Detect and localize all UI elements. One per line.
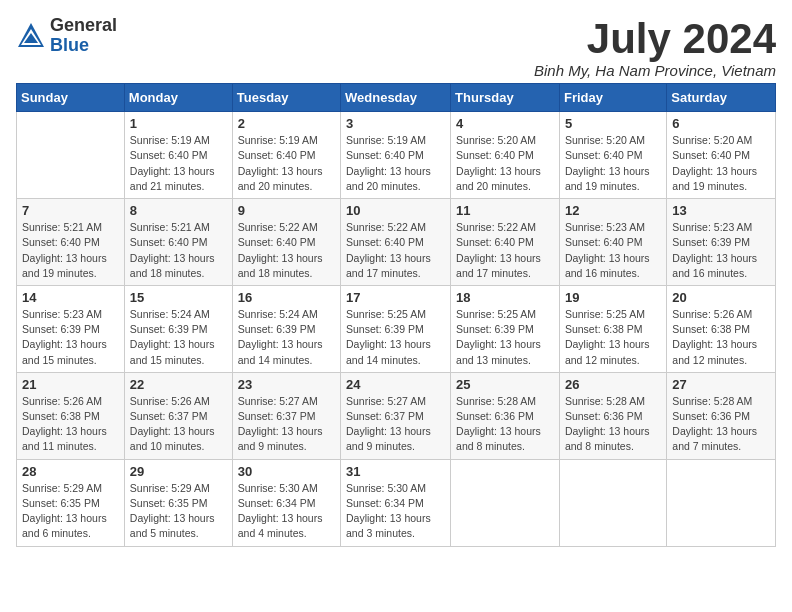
- calendar-cell: 26Sunrise: 5:28 AMSunset: 6:36 PMDayligh…: [559, 372, 666, 459]
- day-info: Sunrise: 5:25 AMSunset: 6:39 PMDaylight:…: [346, 307, 445, 368]
- day-info: Sunrise: 5:27 AMSunset: 6:37 PMDaylight:…: [346, 394, 445, 455]
- calendar-cell: 6Sunrise: 5:20 AMSunset: 6:40 PMDaylight…: [667, 112, 776, 199]
- calendar-cell: 25Sunrise: 5:28 AMSunset: 6:36 PMDayligh…: [451, 372, 560, 459]
- day-info: Sunrise: 5:21 AMSunset: 6:40 PMDaylight:…: [130, 220, 227, 281]
- day-info: Sunrise: 5:19 AMSunset: 6:40 PMDaylight:…: [238, 133, 335, 194]
- day-number: 5: [565, 116, 661, 131]
- calendar-week-row: 28Sunrise: 5:29 AMSunset: 6:35 PMDayligh…: [17, 459, 776, 546]
- day-info: Sunrise: 5:20 AMSunset: 6:40 PMDaylight:…: [565, 133, 661, 194]
- day-info: Sunrise: 5:23 AMSunset: 6:39 PMDaylight:…: [672, 220, 770, 281]
- calendar-cell: 28Sunrise: 5:29 AMSunset: 6:35 PMDayligh…: [17, 459, 125, 546]
- calendar-cell: 8Sunrise: 5:21 AMSunset: 6:40 PMDaylight…: [124, 199, 232, 286]
- day-info: Sunrise: 5:20 AMSunset: 6:40 PMDaylight:…: [672, 133, 770, 194]
- weekday-header: Tuesday: [232, 84, 340, 112]
- logo-text: General Blue: [50, 16, 117, 56]
- day-number: 14: [22, 290, 119, 305]
- calendar-cell: 13Sunrise: 5:23 AMSunset: 6:39 PMDayligh…: [667, 199, 776, 286]
- day-info: Sunrise: 5:21 AMSunset: 6:40 PMDaylight:…: [22, 220, 119, 281]
- calendar-cell: 22Sunrise: 5:26 AMSunset: 6:37 PMDayligh…: [124, 372, 232, 459]
- month-title: July 2024: [534, 16, 776, 62]
- day-number: 8: [130, 203, 227, 218]
- day-number: 20: [672, 290, 770, 305]
- calendar-cell: 27Sunrise: 5:28 AMSunset: 6:36 PMDayligh…: [667, 372, 776, 459]
- day-number: 4: [456, 116, 554, 131]
- calendar-cell: [667, 459, 776, 546]
- day-number: 17: [346, 290, 445, 305]
- day-info: Sunrise: 5:26 AMSunset: 6:37 PMDaylight:…: [130, 394, 227, 455]
- day-info: Sunrise: 5:19 AMSunset: 6:40 PMDaylight:…: [130, 133, 227, 194]
- calendar-cell: 21Sunrise: 5:26 AMSunset: 6:38 PMDayligh…: [17, 372, 125, 459]
- day-number: 29: [130, 464, 227, 479]
- day-number: 9: [238, 203, 335, 218]
- calendar-cell: 7Sunrise: 5:21 AMSunset: 6:40 PMDaylight…: [17, 199, 125, 286]
- calendar-table: SundayMondayTuesdayWednesdayThursdayFrid…: [16, 83, 776, 546]
- day-number: 18: [456, 290, 554, 305]
- day-number: 21: [22, 377, 119, 392]
- day-info: Sunrise: 5:23 AMSunset: 6:40 PMDaylight:…: [565, 220, 661, 281]
- day-number: 10: [346, 203, 445, 218]
- day-number: 3: [346, 116, 445, 131]
- day-number: 27: [672, 377, 770, 392]
- day-number: 31: [346, 464, 445, 479]
- day-info: Sunrise: 5:22 AMSunset: 6:40 PMDaylight:…: [456, 220, 554, 281]
- day-number: 12: [565, 203, 661, 218]
- logo: General Blue: [16, 16, 117, 56]
- location: Binh My, Ha Nam Province, Vietnam: [534, 62, 776, 79]
- calendar-cell: 10Sunrise: 5:22 AMSunset: 6:40 PMDayligh…: [341, 199, 451, 286]
- logo-icon: [16, 21, 46, 51]
- calendar-cell: 11Sunrise: 5:22 AMSunset: 6:40 PMDayligh…: [451, 199, 560, 286]
- day-info: Sunrise: 5:28 AMSunset: 6:36 PMDaylight:…: [565, 394, 661, 455]
- day-number: 16: [238, 290, 335, 305]
- calendar-cell: 17Sunrise: 5:25 AMSunset: 6:39 PMDayligh…: [341, 285, 451, 372]
- day-info: Sunrise: 5:27 AMSunset: 6:37 PMDaylight:…: [238, 394, 335, 455]
- calendar-cell: 1Sunrise: 5:19 AMSunset: 6:40 PMDaylight…: [124, 112, 232, 199]
- day-info: Sunrise: 5:24 AMSunset: 6:39 PMDaylight:…: [130, 307, 227, 368]
- day-info: Sunrise: 5:29 AMSunset: 6:35 PMDaylight:…: [130, 481, 227, 542]
- calendar-cell: 24Sunrise: 5:27 AMSunset: 6:37 PMDayligh…: [341, 372, 451, 459]
- calendar-cell: 31Sunrise: 5:30 AMSunset: 6:34 PMDayligh…: [341, 459, 451, 546]
- day-number: 30: [238, 464, 335, 479]
- page-header: General Blue July 2024 Binh My, Ha Nam P…: [16, 16, 776, 79]
- calendar-cell: [17, 112, 125, 199]
- day-info: Sunrise: 5:30 AMSunset: 6:34 PMDaylight:…: [346, 481, 445, 542]
- calendar-cell: 19Sunrise: 5:25 AMSunset: 6:38 PMDayligh…: [559, 285, 666, 372]
- day-info: Sunrise: 5:23 AMSunset: 6:39 PMDaylight:…: [22, 307, 119, 368]
- day-number: 2: [238, 116, 335, 131]
- day-info: Sunrise: 5:25 AMSunset: 6:38 PMDaylight:…: [565, 307, 661, 368]
- calendar-cell: 15Sunrise: 5:24 AMSunset: 6:39 PMDayligh…: [124, 285, 232, 372]
- calendar-cell: 23Sunrise: 5:27 AMSunset: 6:37 PMDayligh…: [232, 372, 340, 459]
- calendar-body: 1Sunrise: 5:19 AMSunset: 6:40 PMDaylight…: [17, 112, 776, 546]
- calendar-cell: [559, 459, 666, 546]
- day-number: 25: [456, 377, 554, 392]
- day-number: 23: [238, 377, 335, 392]
- calendar-cell: 4Sunrise: 5:20 AMSunset: 6:40 PMDaylight…: [451, 112, 560, 199]
- day-info: Sunrise: 5:29 AMSunset: 6:35 PMDaylight:…: [22, 481, 119, 542]
- day-info: Sunrise: 5:26 AMSunset: 6:38 PMDaylight:…: [22, 394, 119, 455]
- day-number: 6: [672, 116, 770, 131]
- calendar-cell: 14Sunrise: 5:23 AMSunset: 6:39 PMDayligh…: [17, 285, 125, 372]
- weekday-header: Monday: [124, 84, 232, 112]
- day-number: 1: [130, 116, 227, 131]
- day-info: Sunrise: 5:24 AMSunset: 6:39 PMDaylight:…: [238, 307, 335, 368]
- day-info: Sunrise: 5:20 AMSunset: 6:40 PMDaylight:…: [456, 133, 554, 194]
- calendar-cell: 12Sunrise: 5:23 AMSunset: 6:40 PMDayligh…: [559, 199, 666, 286]
- day-info: Sunrise: 5:30 AMSunset: 6:34 PMDaylight:…: [238, 481, 335, 542]
- day-info: Sunrise: 5:28 AMSunset: 6:36 PMDaylight:…: [456, 394, 554, 455]
- title-area: July 2024 Binh My, Ha Nam Province, Viet…: [534, 16, 776, 79]
- calendar-cell: 20Sunrise: 5:26 AMSunset: 6:38 PMDayligh…: [667, 285, 776, 372]
- day-info: Sunrise: 5:26 AMSunset: 6:38 PMDaylight:…: [672, 307, 770, 368]
- calendar-cell: 18Sunrise: 5:25 AMSunset: 6:39 PMDayligh…: [451, 285, 560, 372]
- day-number: 15: [130, 290, 227, 305]
- day-number: 26: [565, 377, 661, 392]
- day-number: 28: [22, 464, 119, 479]
- day-info: Sunrise: 5:28 AMSunset: 6:36 PMDaylight:…: [672, 394, 770, 455]
- day-number: 11: [456, 203, 554, 218]
- calendar-cell: 3Sunrise: 5:19 AMSunset: 6:40 PMDaylight…: [341, 112, 451, 199]
- calendar-cell: 9Sunrise: 5:22 AMSunset: 6:40 PMDaylight…: [232, 199, 340, 286]
- calendar-cell: 5Sunrise: 5:20 AMSunset: 6:40 PMDaylight…: [559, 112, 666, 199]
- calendar-week-row: 21Sunrise: 5:26 AMSunset: 6:38 PMDayligh…: [17, 372, 776, 459]
- calendar-week-row: 14Sunrise: 5:23 AMSunset: 6:39 PMDayligh…: [17, 285, 776, 372]
- weekday-header: Friday: [559, 84, 666, 112]
- weekday-header: Sunday: [17, 84, 125, 112]
- weekday-header: Wednesday: [341, 84, 451, 112]
